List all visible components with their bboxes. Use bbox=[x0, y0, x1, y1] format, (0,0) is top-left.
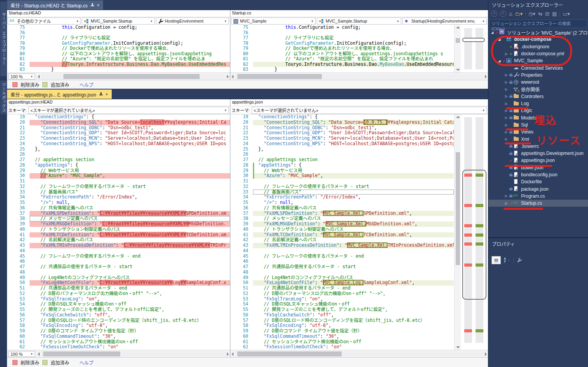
tree-item-docker-compose[interactable]: ◢docker-compose bbox=[488, 36, 588, 43]
collapsed-icon[interactable]: ▷ bbox=[504, 194, 509, 198]
code-editor[interactable]: 75 this.Configuration = config;7677 // ラ… bbox=[230, 25, 454, 72]
properties-pages-icon[interactable]: ⚏▾ bbox=[563, 11, 570, 17]
h-scrollbar[interactable] bbox=[235, 351, 483, 356]
v-scrollbar[interactable] bbox=[454, 114, 461, 350]
collapsed-icon[interactable]: ▷ bbox=[504, 73, 509, 77]
tree-item-controllers[interactable]: ▷Controllers bbox=[488, 93, 588, 100]
tree-item-package.json[interactable]: package.json bbox=[488, 186, 588, 193]
scroll-left-arrow[interactable] bbox=[38, 75, 40, 79]
scroll-left-arrow[interactable] bbox=[38, 352, 40, 356]
solution-explorer-title[interactable]: ソリューション エクスプローラー bbox=[488, 0, 588, 9]
zoom-control[interactable]: 100 %▼ bbox=[9, 74, 35, 79]
overview-lens[interactable] bbox=[462, 38, 485, 42]
schema-dropdown[interactable]: <スキーマが選択されていません>▼ bbox=[252, 107, 487, 114]
pin-icon[interactable] bbox=[90, 3, 94, 7]
collapsed-icon[interactable]: ▷ bbox=[504, 52, 509, 56]
diff-overview-map[interactable] bbox=[461, 25, 488, 72]
tree-item-logic[interactable]: ▷Logic bbox=[488, 107, 588, 114]
tree-item-dockerfile[interactable]: Dockerfile bbox=[488, 178, 588, 185]
scroll-left-arrow[interactable] bbox=[232, 352, 233, 356]
switch-views-icon[interactable]: 🗀▾ bbox=[515, 11, 523, 17]
tree-item-appsettings.development.json[interactable]: appsettings.Development.json bbox=[488, 150, 588, 157]
projects-dropdown[interactable]: その他のファイル▼ bbox=[8, 18, 81, 25]
diff-tab-appsettings[interactable]: 差分 - appsettings.js...と appsettings.json… bbox=[7, 90, 112, 99]
expanded-icon[interactable]: ◢ bbox=[497, 38, 502, 41]
members-dropdown[interactable]: Startup(IHostingEnvironment env,▼ bbox=[402, 18, 487, 25]
pending-changes-filter-icon[interactable]: ◷▾ bbox=[528, 11, 535, 17]
expanded-icon[interactable]: ◢ bbox=[490, 31, 495, 34]
tree-item-.bowerrc[interactable]: .bowerrc bbox=[488, 143, 588, 150]
collapsed-icon[interactable]: ▷ bbox=[504, 130, 509, 134]
projects-dropdown[interactable]: MVC_Sample▼ bbox=[231, 18, 316, 25]
tree-item-docker-compose.yml[interactable]: ▷+docker-compose.yml bbox=[488, 50, 588, 57]
collapse-all-icon[interactable]: ⊟ bbox=[545, 11, 549, 17]
tree-item-log[interactable]: ▷Log bbox=[488, 100, 588, 107]
zoom-control[interactable]: 100 %▼ bbox=[9, 351, 35, 357]
collapsed-icon[interactable]: ▷ bbox=[504, 95, 509, 98]
diff-tab-startup[interactable]: 差分 - Startup.cs;HEAD と Startup.cs × bbox=[7, 0, 103, 10]
tree-item-appsettings.json[interactable]: ✓appsettings.json bbox=[488, 157, 588, 164]
tree-item-views[interactable]: ▷Views bbox=[488, 128, 588, 135]
panel-splitter[interactable] bbox=[488, 237, 588, 238]
tree-item-bower.json[interactable]: bower.json bbox=[488, 164, 588, 171]
scroll-right-arrow[interactable] bbox=[227, 75, 229, 79]
tree-item-connected-services[interactable]: Connected Services bbox=[488, 64, 588, 71]
diff-overview-map[interactable] bbox=[461, 114, 488, 350]
collapsed-icon[interactable]: ▷ bbox=[504, 137, 509, 141]
scroll-right-arrow[interactable] bbox=[485, 75, 487, 79]
tree-item-sql[interactable]: ▷Sql bbox=[488, 121, 588, 128]
tree-item-models[interactable]: ▷Models bbox=[488, 114, 588, 121]
close-icon[interactable]: × bbox=[97, 3, 99, 7]
help-link[interactable]: ヘルプ bbox=[79, 81, 93, 88]
search-input[interactable]: ソリューション エクスプローラー の検索 (Ctrl+;) bbox=[489, 19, 587, 28]
tree-item-properties[interactable]: ▷Properties bbox=[488, 72, 588, 79]
tree-item--[interactable]: ▷依存関係 bbox=[488, 86, 588, 93]
close-icon[interactable]: × bbox=[105, 92, 108, 96]
collapsed-icon[interactable]: ▷ bbox=[504, 116, 509, 119]
tree-item-wwwroot[interactable]: ▷wwwroot bbox=[488, 79, 588, 86]
v-scrollbar[interactable] bbox=[454, 25, 461, 72]
collapsed-icon[interactable]: ▷ bbox=[504, 102, 509, 105]
pin-icon[interactable] bbox=[99, 92, 103, 96]
scroll-right-arrow[interactable] bbox=[485, 352, 487, 356]
tree-item-.dockerignore[interactable]: +.dockerignore bbox=[488, 43, 588, 50]
members-dropdown[interactable]: HostingEnvironment▼ bbox=[156, 18, 229, 25]
categorized-icon[interactable]: ▤ bbox=[491, 256, 501, 264]
line-number: 50 bbox=[230, 280, 253, 286]
tree-item-bundleconfig.json[interactable]: bundleconfig.json bbox=[488, 171, 588, 178]
sync-with-active-document-icon[interactable]: ⇆ bbox=[538, 11, 542, 17]
toolbox-tab[interactable]: ツールボックス bbox=[0, 81, 7, 114]
server-explorer-tab[interactable]: サーバー エクスプローラー bbox=[0, 2, 7, 76]
collapsed-icon[interactable]: ▷ bbox=[504, 88, 509, 91]
schema-dropdown[interactable]: <スキーマが選択されていません>▼ bbox=[28, 107, 229, 114]
tree-item-startup.cs[interactable]: ▷✓Startup.cs bbox=[488, 200, 588, 207]
code-editor[interactable]: 19 "connectionStrings": {20 "ConnectionS… bbox=[7, 114, 230, 350]
tree-item-mvc-sample[interactable]: ◢✓MVC_Sample bbox=[488, 57, 588, 64]
collapsed-icon[interactable]: ▷ bbox=[504, 202, 509, 205]
h-scrollbar[interactable] bbox=[41, 74, 225, 79]
overview-lens[interactable] bbox=[462, 170, 486, 300]
home-icon[interactable]: ⌂ bbox=[509, 11, 512, 17]
code-editor[interactable]: 75 this.Configuration = config;7677 // ラ… bbox=[7, 25, 230, 72]
tree-item-program.cs[interactable]: ▷Program.cs bbox=[488, 193, 588, 200]
tree-item-xml[interactable]: ▷Xml bbox=[488, 135, 588, 142]
tree-item--mvc-sample-2-[interactable]: ◢✓ソリューション 'MVC_Sample' (2 プロジェクト) bbox=[488, 29, 588, 36]
properties-panel-title[interactable]: プロパティ bbox=[488, 239, 588, 248]
show-all-files-icon[interactable]: ▤ bbox=[552, 11, 557, 17]
help-link[interactable]: ヘルプ bbox=[79, 359, 93, 366]
chevron-down-icon: ▼ bbox=[224, 109, 227, 112]
sort-alphabetical-icon[interactable]: ↓ bbox=[504, 257, 510, 263]
h-scrollbar[interactable] bbox=[41, 351, 225, 356]
forward-icon[interactable]: ► bbox=[500, 11, 506, 17]
collapsed-icon[interactable]: ▷ bbox=[504, 81, 509, 84]
h-scrollbar[interactable] bbox=[235, 74, 483, 79]
expanded-icon[interactable]: ◢ bbox=[497, 59, 502, 63]
code-editor[interactable]: 19 "connectionStrings": {20 "ConnectionS… bbox=[230, 114, 454, 350]
types-dropdown[interactable]: MVC_Sample.Startup▼ bbox=[82, 18, 154, 25]
collapsed-icon[interactable]: ▷ bbox=[504, 109, 509, 112]
types-dropdown[interactable]: MVC_Sample.Startup▼ bbox=[317, 18, 401, 25]
collapsed-icon[interactable]: ▷ bbox=[504, 123, 509, 127]
scroll-right-arrow[interactable] bbox=[227, 352, 229, 356]
back-icon[interactable]: ◄ bbox=[491, 11, 497, 17]
scroll-left-arrow[interactable] bbox=[232, 75, 233, 79]
